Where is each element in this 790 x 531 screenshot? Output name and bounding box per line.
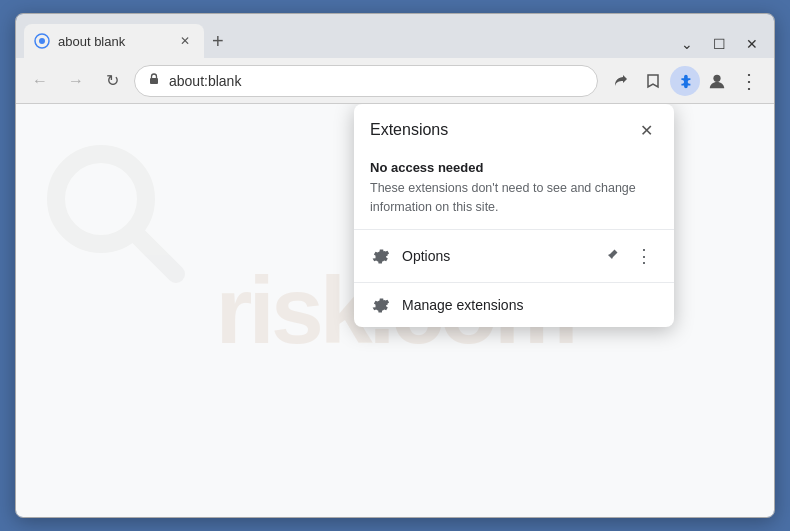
- manage-extensions-label: Manage extensions: [402, 297, 658, 313]
- restore-button[interactable]: ☐: [705, 34, 734, 54]
- toolbar-actions: ⋮: [606, 66, 764, 96]
- manage-extensions-row[interactable]: Manage extensions: [354, 283, 674, 327]
- popup-title: Extensions: [370, 121, 448, 139]
- popup-section-title: No access needed: [354, 152, 674, 177]
- window-controls: ⌄ ☐ ✕: [673, 34, 766, 58]
- close-button[interactable]: ✕: [738, 34, 766, 54]
- url-text: about:blank: [169, 73, 585, 89]
- manage-gear-icon: [370, 295, 390, 315]
- url-bar[interactable]: about:blank: [134, 65, 598, 97]
- forward-button[interactable]: →: [62, 67, 90, 95]
- extensions-popup: Extensions ✕ No access needed These exte…: [354, 104, 674, 327]
- tab-bar: about blank ✕ + ⌄ ☐ ✕: [16, 14, 774, 58]
- address-bar: ← → ↻ about:blank: [16, 58, 774, 104]
- popup-header: Extensions ✕: [354, 104, 674, 152]
- tab-favicon-icon: [34, 33, 50, 49]
- tab-close-button[interactable]: ✕: [176, 32, 194, 50]
- active-tab[interactable]: about blank ✕: [24, 24, 204, 58]
- menu-button[interactable]: ⋮: [734, 66, 764, 96]
- options-row[interactable]: Options ⋮: [354, 230, 674, 282]
- options-label: Options: [402, 248, 586, 264]
- extension-more-button[interactable]: ⋮: [630, 242, 658, 270]
- new-tab-button[interactable]: +: [204, 24, 232, 58]
- minimize-button[interactable]: ⌄: [673, 34, 701, 54]
- bookmark-button[interactable]: [638, 66, 668, 96]
- popup-section-desc: These extensions don't need to see and c…: [354, 177, 674, 229]
- page-content: risk.com Extensions ✕ No access needed T…: [16, 104, 774, 517]
- share-button[interactable]: [606, 66, 636, 96]
- svg-point-3: [713, 74, 720, 81]
- svg-point-1: [39, 38, 45, 44]
- reload-button[interactable]: ↻: [98, 67, 126, 95]
- pin-button[interactable]: [598, 242, 626, 270]
- options-actions: ⋮: [598, 242, 658, 270]
- options-gear-icon: [370, 246, 390, 266]
- browser-window: about blank ✕ + ⌄ ☐ ✕ ← → ↻ about:blank: [15, 13, 775, 518]
- popup-close-button[interactable]: ✕: [634, 118, 658, 142]
- lock-icon: [147, 72, 161, 89]
- back-button[interactable]: ←: [26, 67, 54, 95]
- profile-button[interactable]: [702, 66, 732, 96]
- svg-rect-2: [150, 78, 158, 84]
- tab-title: about blank: [58, 34, 125, 49]
- extensions-button[interactable]: [670, 66, 700, 96]
